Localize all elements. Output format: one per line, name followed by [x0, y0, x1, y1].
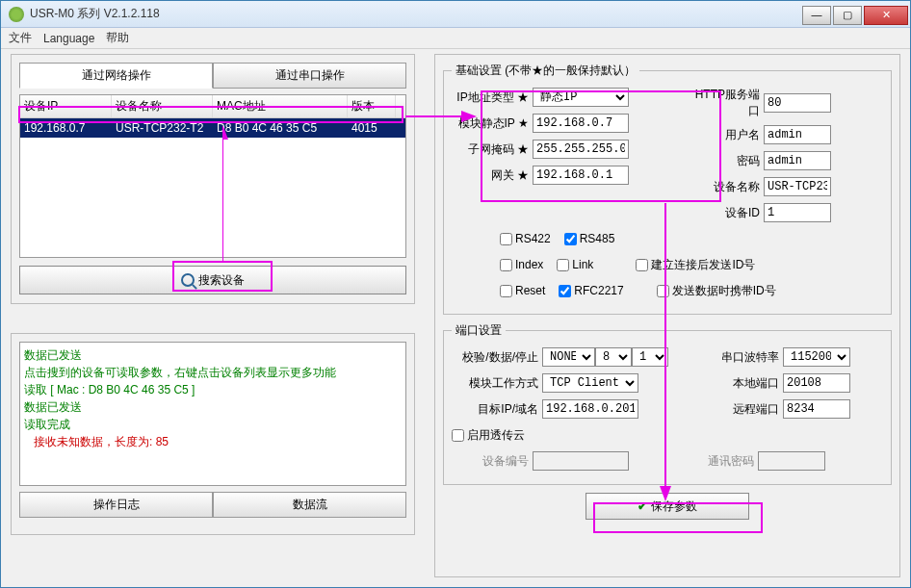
- device-name: USR-TCP232-T2: [112, 120, 213, 136]
- cbx-index[interactable]: Index: [500, 258, 543, 271]
- device-list-header: 设备IP 设备名称 MAC地址 版本: [20, 95, 405, 118]
- cbx-rfc[interactable]: RFC2217: [559, 284, 623, 297]
- log-line: 读取完成: [24, 416, 402, 433]
- lbl-baud: 串口波特率: [712, 349, 779, 366]
- minimize-button[interactable]: —: [802, 6, 831, 25]
- search-button-label: 搜索设备: [198, 272, 245, 289]
- app-window: USR-M0 系列 V2.1.2.118 — ▢ ✕ 文件 Language 帮…: [0, 0, 911, 588]
- lbl-devid: 设备ID: [692, 205, 760, 221]
- input-pwd[interactable]: [764, 151, 831, 170]
- cbx-sendid-conn[interactable]: 建立连接后发送ID号: [636, 257, 755, 273]
- log-line-error: 接收未知数据，长度为: 85: [24, 433, 402, 450]
- settings-panel: 基础设置 (不带★的一般保持默认） IP地址类型 ★ 静态IP 模块静态IP ★…: [434, 54, 900, 577]
- input-user[interactable]: [764, 125, 831, 144]
- basic-settings: 基础设置 (不带★的一般保持默认） IP地址类型 ★ 静态IP 模块静态IP ★…: [443, 63, 892, 315]
- hdr-ver: 版本: [348, 95, 396, 117]
- maximize-button[interactable]: ▢: [833, 6, 862, 25]
- lbl-pwd: 密码: [692, 153, 760, 169]
- check-icon: ✔: [638, 499, 647, 513]
- port-settings: 端口设置 校验/数据/停止 NONE 8 1 模块工作方式 TCP Client…: [443, 322, 892, 485]
- log-panel: 数据已发送 点击搜到的设备可读取参数，右键点击设备列表显示更多功能 读取 [ M…: [11, 333, 415, 535]
- lbl-mask: 子网掩码 ★: [452, 141, 529, 158]
- hdr-mac: MAC地址: [213, 95, 348, 117]
- input-remoteport[interactable]: [783, 399, 850, 419]
- input-devname[interactable]: [764, 177, 831, 196]
- app-icon: [9, 7, 24, 22]
- lbl-remoteport: 远程端口: [712, 401, 779, 418]
- select-databits[interactable]: 8: [595, 347, 632, 367]
- input-devid[interactable]: [764, 203, 831, 222]
- titlebar: USR-M0 系列 V2.1.2.118 — ▢ ✕: [1, 1, 910, 28]
- menubar: 文件 Language 帮助: [1, 28, 910, 49]
- search-icon: [181, 273, 195, 287]
- select-iptype[interactable]: 静态IP: [533, 88, 629, 107]
- input-staticip[interactable]: [533, 114, 629, 133]
- menu-language[interactable]: Language: [43, 32, 94, 45]
- device-ver: 4015: [348, 120, 396, 136]
- device-row[interactable]: 192.168.0.7 USR-TCP232-T2 D8 B0 4C 46 35…: [20, 118, 405, 138]
- tab-network[interactable]: 通过网络操作: [19, 63, 213, 89]
- menu-help[interactable]: 帮助: [106, 30, 129, 46]
- log-line: 点击搜到的设备可读取参数，右键点击设备列表显示更多功能: [24, 364, 402, 381]
- lbl-commpwd: 通讯密码: [687, 453, 754, 470]
- port-legend: 端口设置: [452, 322, 506, 339]
- lbl-devname: 设备名称: [692, 179, 760, 195]
- lbl-iptype: IP地址类型 ★: [452, 89, 529, 106]
- cbx-reset[interactable]: Reset: [500, 284, 545, 297]
- window-title: USR-M0 系列 V2.1.2.118: [30, 6, 802, 22]
- cbx-link[interactable]: Link: [557, 258, 593, 271]
- search-button[interactable]: 搜索设备: [19, 266, 406, 294]
- input-mask[interactable]: [533, 140, 629, 159]
- log-line: 数据已发送: [24, 398, 402, 416]
- input-devsn: [533, 451, 629, 471]
- input-target[interactable]: [542, 399, 638, 419]
- lbl-mode: 模块工作方式: [452, 375, 538, 392]
- select-parity[interactable]: NONE: [542, 347, 595, 367]
- cbx-rs485[interactable]: RS485: [564, 232, 615, 245]
- log-box[interactable]: 数据已发送 点击搜到的设备可读取参数，右键点击设备列表显示更多功能 读取 [ M…: [19, 342, 406, 486]
- device-panel: 通过网络操作 通过串口操作 设备IP 设备名称 MAC地址 版本 192.168…: [11, 54, 415, 304]
- select-mode[interactable]: TCP Client: [542, 373, 638, 393]
- lbl-httpport: HTTP服务端口: [692, 87, 760, 119]
- lbl-devsn: 设备编号: [452, 453, 529, 470]
- input-localport[interactable]: [783, 373, 850, 393]
- log-line: 数据已发送: [24, 346, 402, 364]
- cbx-cloud[interactable]: 启用透传云: [452, 427, 525, 444]
- lbl-staticip: 模块静态IP ★: [452, 115, 529, 132]
- save-button[interactable]: ✔ 保存参数: [586, 493, 749, 520]
- lbl-localport: 本地端口: [712, 375, 779, 392]
- lbl-parity: 校验/数据/停止: [452, 349, 538, 366]
- hdr-name: 设备名称: [112, 95, 213, 117]
- cbx-rs422[interactable]: RS422: [500, 232, 551, 245]
- input-gw[interactable]: [533, 166, 629, 185]
- device-ip: 192.168.0.7: [20, 120, 112, 136]
- input-httpport[interactable]: [764, 93, 831, 113]
- device-list[interactable]: 设备IP 设备名称 MAC地址 版本 192.168.0.7 USR-TCP23…: [19, 94, 406, 258]
- select-stopbits[interactable]: 1: [632, 347, 668, 367]
- input-commpwd: [758, 451, 825, 471]
- select-baud[interactable]: 115200: [783, 347, 850, 367]
- lbl-target: 目标IP/域名: [452, 401, 538, 418]
- save-button-label: 保存参数: [651, 499, 697, 515]
- lbl-gw: 网关 ★: [452, 167, 529, 184]
- lbl-user: 用户名: [692, 127, 760, 143]
- hdr-ip: 设备IP: [20, 95, 112, 117]
- tab-dataflow[interactable]: 数据流: [213, 492, 406, 518]
- close-button[interactable]: ✕: [864, 6, 908, 25]
- device-mac: D8 B0 4C 46 35 C5: [213, 120, 348, 136]
- tab-serial[interactable]: 通过串口操作: [213, 63, 406, 89]
- tab-oplog[interactable]: 操作日志: [19, 492, 213, 518]
- menu-file[interactable]: 文件: [9, 30, 32, 46]
- basic-legend: 基础设置 (不带★的一般保持默认）: [452, 63, 639, 79]
- log-line: 读取 [ Mac : D8 B0 4C 46 35 C5 ]: [24, 381, 402, 398]
- cbx-sendid-data[interactable]: 发送数据时携带ID号: [657, 283, 776, 299]
